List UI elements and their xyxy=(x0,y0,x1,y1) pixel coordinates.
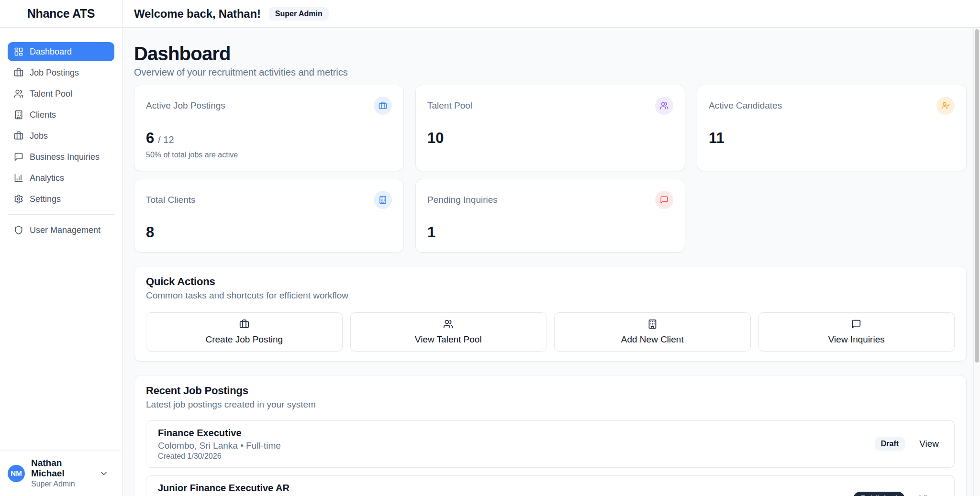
building-icon xyxy=(14,110,23,120)
stat-value: 10 xyxy=(427,130,444,146)
briefcase-icon xyxy=(374,97,392,115)
topbar: Welcome back, Nathan! Super Admin xyxy=(122,0,980,28)
recent-job-postings-card: Recent Job Postings Latest job postings … xyxy=(134,375,967,496)
stat-suffix: / 12 xyxy=(158,134,174,145)
user-meta: Nathan Michael Super Admin xyxy=(31,458,93,489)
page-subtitle: Overview of your recruitment activities … xyxy=(134,67,967,78)
main-area: Welcome back, Nathan! Super Admin Dashbo… xyxy=(122,0,980,496)
sidebar-nav: Dashboard Job Postings Talent Pool Clien… xyxy=(0,28,122,242)
stat-value: 6 xyxy=(146,130,154,146)
job-info: Junior Finance Executive AR Colombo • Fu… xyxy=(158,482,290,496)
building-icon xyxy=(647,319,657,329)
user-menu[interactable]: NM Nathan Michael Super Admin xyxy=(0,451,122,496)
stat-value: 1 xyxy=(427,224,435,241)
user-role: Super Admin xyxy=(31,479,93,489)
briefcase-icon xyxy=(14,68,23,77)
page-title: Dashboard xyxy=(134,43,967,64)
briefcase-icon xyxy=(239,319,249,329)
message-icon xyxy=(851,319,861,329)
job-row-finance-executive: Finance Executive Colombo, Sri Lanka • F… xyxy=(146,420,955,468)
sidebar-item-label: Business Inquiries xyxy=(30,152,100,162)
job-info: Finance Executive Colombo, Sri Lanka • F… xyxy=(158,427,281,461)
user-check-icon xyxy=(936,97,955,115)
role-badge: Super Admin xyxy=(269,7,329,21)
sidebar-item-label: Settings xyxy=(30,194,61,204)
sidebar-item-job-postings[interactable]: Job Postings xyxy=(8,63,114,82)
job-created: Created 1/30/2026 xyxy=(158,452,281,461)
chevron-down-icon xyxy=(99,469,109,478)
stats-grid: Active Job Postings 6 / 12 50% of total … xyxy=(134,85,967,253)
qa-label: Add New Client xyxy=(621,334,684,345)
chart-icon xyxy=(14,173,23,183)
sidebar-item-label: Analytics xyxy=(30,173,64,183)
sidebar-item-dashboard[interactable]: Dashboard xyxy=(8,42,114,61)
users-icon xyxy=(443,319,453,329)
stat-label: Pending Inquiries xyxy=(427,195,498,205)
stat-value: 11 xyxy=(709,130,724,146)
job-rows: Finance Executive Colombo, Sri Lanka • F… xyxy=(146,420,955,496)
recent-jobs-title: Recent Job Postings xyxy=(146,385,955,397)
dashboard-content: Dashboard Overview of your recruitment a… xyxy=(122,28,980,496)
building-icon xyxy=(374,191,392,209)
welcome-text: Welcome back, Nathan! xyxy=(134,7,261,21)
stat-value: 8 xyxy=(146,224,154,241)
avatar: NM xyxy=(8,465,25,482)
sidebar-item-label: User Management xyxy=(30,225,100,235)
quick-actions-card: Quick Actions Common tasks and shortcuts… xyxy=(134,266,967,362)
view-job-button[interactable]: View xyxy=(915,491,943,496)
sidebar-item-label: Jobs xyxy=(30,131,48,141)
view-job-button[interactable]: View xyxy=(915,436,943,452)
stat-card-active-candidates: Active Candidates 11 xyxy=(697,85,967,171)
users-icon xyxy=(655,97,673,115)
app-logo-area: Nhance ATS xyxy=(0,0,122,28)
user-name: Nathan Michael xyxy=(31,458,93,480)
briefcase-icon xyxy=(14,131,23,141)
status-badge: Published xyxy=(853,492,905,496)
sidebar-item-talent-pool[interactable]: Talent Pool xyxy=(8,84,114,103)
sidebar-item-label: Job Postings xyxy=(30,68,79,78)
sidebar-item-label: Dashboard xyxy=(30,47,72,57)
stat-card-active-job-postings: Active Job Postings 6 / 12 50% of total … xyxy=(134,85,404,171)
view-inquiries-button[interactable]: View Inquiries xyxy=(758,312,955,352)
sidebar-item-user-management[interactable]: User Management xyxy=(8,220,114,240)
stat-card-pending-inquiries: Pending Inquiries 1 xyxy=(415,179,685,253)
stat-label: Active Job Postings xyxy=(146,100,225,111)
sidebar-divider xyxy=(8,214,114,215)
scrollbar-thumb[interactable] xyxy=(975,29,979,363)
users-icon xyxy=(14,89,23,99)
sidebar-item-clients[interactable]: Clients xyxy=(8,105,114,124)
app-logo: Nhance ATS xyxy=(27,7,95,21)
gear-icon xyxy=(14,194,23,204)
quick-actions-grid: Create Job Posting View Talent Pool Add … xyxy=(146,312,955,352)
status-badge: Draft xyxy=(875,437,905,451)
stat-label: Talent Pool xyxy=(427,100,472,111)
dashboard-icon xyxy=(14,47,23,56)
create-job-posting-button[interactable]: Create Job Posting xyxy=(146,312,343,352)
job-title: Finance Executive xyxy=(158,427,281,439)
sidebar-item-jobs[interactable]: Jobs xyxy=(8,126,114,145)
add-new-client-button[interactable]: Add New Client xyxy=(554,312,751,352)
stat-label: Total Clients xyxy=(146,195,196,205)
qa-label: View Talent Pool xyxy=(415,334,482,345)
stat-label: Active Candidates xyxy=(709,100,782,111)
stat-card-talent-pool: Talent Pool 10 xyxy=(415,85,685,171)
message-icon xyxy=(14,152,23,162)
quick-actions-subtitle: Common tasks and shortcuts for efficient… xyxy=(146,290,955,301)
sidebar-item-settings[interactable]: Settings xyxy=(8,189,114,209)
sidebar-item-business-inquiries[interactable]: Business Inquiries xyxy=(8,147,114,166)
qa-label: Create Job Posting xyxy=(205,334,283,345)
stat-card-total-clients: Total Clients 8 xyxy=(134,179,404,253)
sidebar-item-label: Talent Pool xyxy=(30,89,72,99)
sidebar-item-analytics[interactable]: Analytics xyxy=(8,168,114,187)
stat-note: 50% of total jobs are active xyxy=(146,151,392,159)
quick-actions-title: Quick Actions xyxy=(146,276,955,287)
sidebar-item-label: Clients xyxy=(30,110,56,120)
sidebar: Nhance ATS Dashboard Job Postings Talent… xyxy=(0,0,122,496)
message-icon xyxy=(655,191,673,209)
job-title: Junior Finance Executive AR xyxy=(158,482,290,494)
view-talent-pool-button[interactable]: View Talent Pool xyxy=(350,312,547,352)
job-row-junior-finance-executive-ar: Junior Finance Executive AR Colombo • Fu… xyxy=(146,475,955,496)
shield-icon xyxy=(14,225,23,235)
scrollbar-track[interactable] xyxy=(973,28,980,496)
sidebar-spacer xyxy=(0,242,122,451)
